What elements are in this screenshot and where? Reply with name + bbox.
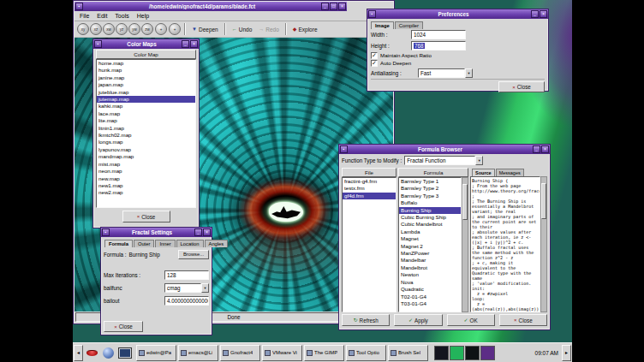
formula-list-item[interactable]: Barnsley Type 3 bbox=[399, 193, 461, 199]
globe-launcher-icon[interactable] bbox=[101, 346, 116, 360]
close-button[interactable]: × bbox=[203, 228, 211, 236]
undo-button[interactable]: ← Undo bbox=[230, 26, 255, 33]
formula-browser-titlebar[interactable]: ▪ Formula Browser _ × bbox=[339, 145, 550, 154]
screen-launcher-icon[interactable] bbox=[117, 346, 132, 360]
window-menu-button[interactable]: ▪ bbox=[102, 228, 110, 236]
minimize-button[interactable]: _ bbox=[321, 3, 329, 10]
source-tab[interactable]: Source bbox=[472, 169, 495, 176]
formula-list-item[interactable]: Barnsley Type 2 bbox=[399, 185, 461, 192]
fractal-settings-tab[interactable]: Outer bbox=[134, 240, 155, 247]
colormap-item[interactable]: longs.map bbox=[97, 139, 195, 145]
close-button[interactable]: × bbox=[338, 3, 346, 10]
close-button[interactable]: × bbox=[541, 145, 549, 153]
window-menu-button[interactable]: ▪ bbox=[340, 145, 348, 153]
color-maps-titlebar[interactable]: ▪ Color Maps _ × bbox=[93, 39, 199, 49]
colormap-item[interactable]: jutemap.map bbox=[97, 96, 195, 103]
angle-button[interactable]: zw bbox=[141, 23, 153, 35]
formula-list-item[interactable]: Magnet bbox=[399, 235, 461, 242]
window-menu-button[interactable]: ▪ bbox=[94, 40, 102, 48]
height-input[interactable]: 768 bbox=[411, 41, 466, 50]
lips-launcher-icon[interactable] bbox=[85, 346, 99, 360]
formula-list-item[interactable]: T02-01-G4 bbox=[399, 294, 461, 300]
maximize-button[interactable]: □ bbox=[330, 3, 337, 10]
angle-button[interactable]: yz bbox=[116, 23, 128, 35]
formula-list-item[interactable]: Mandelbar bbox=[399, 257, 461, 264]
colormap-item[interactable]: janine.map bbox=[97, 74, 195, 81]
minimize-button[interactable]: _ bbox=[533, 145, 540, 153]
colormap-item[interactable]: new.map bbox=[97, 175, 195, 182]
window-menu-button[interactable]: ▪ bbox=[75, 3, 83, 10]
colormap-item[interactable]: lyapunov.map bbox=[97, 146, 195, 153]
formula-list-item[interactable]: Burning Ship bbox=[399, 207, 461, 214]
source-code[interactable]: Burning Ship { ; From the web page http:… bbox=[470, 176, 540, 312]
checkbox[interactable]: ✓ bbox=[371, 52, 378, 59]
fractal-settings-close-button[interactable]: × Close bbox=[104, 321, 143, 332]
task-button[interactable]: The GIMP bbox=[304, 345, 344, 361]
menu-item[interactable]: File bbox=[80, 13, 89, 19]
refresh-button[interactable]: ↻ Refresh bbox=[342, 314, 390, 326]
redo-button[interactable]: → Redo bbox=[256, 26, 282, 33]
colormap-list[interactable]: home.maphunk.mapjanine.mapjapan.mapjuteb… bbox=[96, 59, 196, 208]
minimize-button[interactable]: _ bbox=[182, 40, 189, 48]
task-button[interactable]: edwin@Pa bbox=[136, 345, 176, 361]
colormap-item[interactable]: new2.map bbox=[97, 189, 195, 196]
formula-list-item[interactable]: Magnet 2 bbox=[399, 243, 461, 250]
preferences-titlebar[interactable]: ▪ Preferences _ × bbox=[367, 9, 548, 19]
main-titlebar[interactable]: ▪ /home/edwin/gnofract4d/params/blade.fc… bbox=[75, 2, 347, 11]
formula-list-item[interactable]: ManZPower bbox=[399, 250, 461, 257]
colormap-item[interactable]: japan.map bbox=[97, 81, 195, 88]
formula-list-item[interactable]: Nova bbox=[399, 279, 461, 286]
colormap-item[interactable]: mist.map bbox=[97, 161, 195, 168]
menu-item[interactable]: Help bbox=[137, 13, 149, 19]
close-button[interactable]: × bbox=[190, 40, 198, 48]
colormap-item[interactable]: lkmtch02.map bbox=[97, 132, 195, 139]
chevron-down-icon[interactable]: ▼ bbox=[201, 283, 209, 293]
chevron-down-icon[interactable]: ▼ bbox=[465, 68, 473, 78]
formula-list[interactable]: Barnsley Type 1Barnsley Type 2Barnsley T… bbox=[398, 177, 462, 312]
chevron-down-icon[interactable]: ▼ bbox=[475, 156, 483, 165]
file-column-header[interactable]: File bbox=[342, 168, 397, 177]
file-list[interactable]: fractint-g4.frmtestx.frmgf4d.frm bbox=[342, 177, 397, 312]
source-tab[interactable]: Messages bbox=[496, 169, 524, 176]
colormap-item[interactable]: lace.map bbox=[97, 110, 195, 117]
formula-list-scrollbar[interactable] bbox=[462, 177, 468, 312]
formula-list-item[interactable]: T03-01-G4 bbox=[399, 300, 461, 307]
task-button[interactable]: Brush Sel bbox=[388, 345, 428, 361]
panel-hide-left-button[interactable]: ◄ bbox=[74, 345, 83, 361]
workspace-cell[interactable] bbox=[434, 346, 449, 360]
ok-button[interactable]: ✓ OK bbox=[447, 314, 495, 326]
minimize-button[interactable]: _ bbox=[531, 10, 539, 18]
colormap-item[interactable]: litnin1.map bbox=[97, 125, 195, 132]
max-iterations-input[interactable]: 128 bbox=[164, 270, 209, 280]
colormap-item[interactable]: kahki.map bbox=[97, 103, 195, 110]
colormap-item[interactable]: hunk.map bbox=[97, 67, 195, 74]
scrollbar-thumb[interactable] bbox=[462, 184, 468, 220]
panel-hide-right-button[interactable]: ► bbox=[562, 345, 571, 361]
colormap-item[interactable]: neon.map bbox=[97, 168, 195, 175]
bailfunc-combo[interactable]: cmag ▼ bbox=[164, 283, 209, 293]
formula-list-item[interactable]: Cubic Burning Ship bbox=[399, 214, 461, 221]
colormap-item[interactable]: juteblue.map bbox=[97, 89, 195, 96]
workspace-cell[interactable] bbox=[480, 346, 495, 360]
menu-item[interactable]: Edit bbox=[97, 13, 107, 19]
formula-list-item[interactable]: Cubic Mandelbrot bbox=[399, 221, 461, 228]
file-list-item[interactable]: gf4d.frm bbox=[343, 193, 396, 199]
angle-button[interactable]: xw bbox=[103, 23, 115, 35]
formula-list-item[interactable]: Lambda bbox=[399, 228, 461, 235]
task-button[interactable]: emacs@Li bbox=[178, 345, 218, 361]
fractal-settings-titlebar[interactable]: ▪ Fractal Settings _ × bbox=[101, 228, 212, 237]
workspace-cell[interactable] bbox=[450, 346, 464, 360]
formula-list-item[interactable]: Barnsley Type 1 bbox=[399, 178, 461, 185]
fractal-settings-tab[interactable]: Inner bbox=[155, 240, 175, 247]
width-input[interactable]: 1024 bbox=[411, 30, 466, 39]
bailout-input[interactable]: 4.00000000000000 bbox=[164, 296, 209, 306]
apply-button[interactable]: ✓ Apply bbox=[394, 314, 442, 326]
task-button[interactable]: Gnofract4 bbox=[220, 345, 260, 361]
angle-button[interactable]: xz bbox=[90, 23, 102, 35]
close-button[interactable]: × Close bbox=[499, 314, 547, 326]
colormap-item[interactable]: home.map bbox=[97, 60, 195, 67]
function-type-combo[interactable]: Fractal Function ▼ bbox=[404, 156, 483, 165]
fractal-settings-tab[interactable]: Formula bbox=[104, 240, 133, 247]
color-maps-close-button[interactable]: × Close bbox=[122, 211, 170, 223]
fractal-settings-tab[interactable]: Angles bbox=[205, 240, 229, 247]
